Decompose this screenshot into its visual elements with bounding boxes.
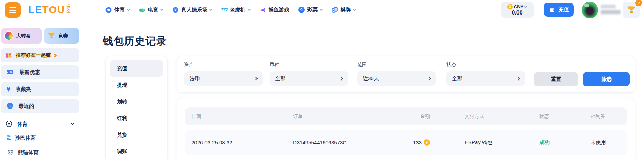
- top-bar: LETOU 乐投 体育 电竞: [0, 0, 644, 20]
- chevron-right-icon: [517, 77, 520, 80]
- rewards-trophy-button[interactable]: 2: [623, 2, 640, 18]
- nav-item-lottery[interactable]: 9 彩票: [298, 7, 322, 13]
- main-content: 钱包历史记录 充值 提现 划转 红利 兑换 调账 资产 法币 币种 全部: [80, 20, 644, 159]
- saba-logo-icon: SABA: [7, 135, 11, 141]
- username-blurred: [601, 5, 621, 14]
- row-coupon: 未使用: [591, 130, 606, 155]
- chevron-right-icon: [53, 54, 57, 57]
- chevron-right-icon: [427, 77, 431, 80]
- header-amount: 金额: [376, 107, 430, 125]
- clock-icon: [6, 102, 14, 111]
- svg-text:%: %: [10, 71, 13, 74]
- chevron-down-icon: [127, 8, 130, 11]
- tab-bonus[interactable]: 红利: [110, 110, 163, 127]
- deposit-button[interactable]: 充值: [544, 3, 574, 17]
- chevron-down-icon: [71, 122, 74, 125]
- sidebar-item-panda-sports[interactable]: 熊猫体育: [0, 145, 80, 159]
- balance-amount: 0.00: [512, 10, 522, 16]
- main-nav: 体育 电竞 真人娱乐场 777 老虎机: [105, 0, 356, 20]
- user-avatar[interactable]: [582, 2, 598, 18]
- status-select[interactable]: 全部: [446, 71, 525, 86]
- filters-panel: 资产 法币 币种 全部 范围 近30天: [177, 56, 635, 93]
- chevron-down-icon: [160, 8, 164, 11]
- logo-text-tou: TOU: [42, 4, 65, 16]
- history-table-panel: 日期 订单 金额 支付方式 状态 福利券 2026-03-25 08:32 D3…: [177, 98, 635, 159]
- letou-logo[interactable]: LETOU 乐投: [28, 4, 70, 16]
- sidebar-item-recent[interactable]: 最近的: [1, 99, 79, 113]
- wallet-icon: [549, 6, 555, 13]
- chevron-down-icon: [353, 8, 356, 11]
- logo-text-cn: 乐投: [66, 4, 70, 13]
- asset-select[interactable]: 法币: [184, 71, 263, 86]
- reset-button[interactable]: 重置: [534, 72, 578, 86]
- menu-toggle-button[interactable]: [5, 2, 21, 18]
- filter-label-currency: 币种: [270, 62, 279, 68]
- filter-label-status: 状态: [446, 62, 456, 68]
- tab-transfer[interactable]: 划转: [110, 93, 163, 110]
- filter-label-range: 范围: [357, 62, 367, 68]
- row-status: 成功: [539, 130, 550, 155]
- tab-exchange[interactable]: 兑换: [110, 127, 163, 143]
- heart-icon: ♥: [6, 86, 11, 93]
- notification-badge: 2: [635, 0, 642, 6]
- shield-icon: [172, 7, 179, 13]
- sidebar-section-sports[interactable]: 体育: [0, 118, 80, 131]
- row-amount: 133 ¥: [376, 130, 430, 155]
- row-date: 2026-03-25 08:32: [191, 130, 232, 155]
- history-tabs-panel: 充值 提现 划转 红利 兑换 调账: [105, 56, 168, 159]
- wallet-history-page: LETOU 乐投 体育 电竞: [0, 0, 644, 159]
- nav-item-fishing[interactable]: 捕鱼游戏: [259, 7, 289, 13]
- chevron-right-icon: [340, 77, 343, 80]
- chevron-down-icon: [319, 8, 323, 11]
- page-title: 钱包历史记录: [103, 34, 167, 48]
- header-payment-method: 支付方式: [465, 107, 484, 125]
- nav-item-slots[interactable]: 777 老虎机: [221, 7, 250, 13]
- promo-ticket-icon: %: [6, 68, 14, 77]
- balance-selector[interactable]: ¥ CNY 0.00: [501, 2, 534, 18]
- header-order: 订单: [293, 107, 303, 125]
- nav-item-live-casino[interactable]: 真人娱乐场: [172, 7, 212, 13]
- sidebar-item-referral[interactable]: 推荐好友一起赚: [1, 48, 79, 62]
- sidebar-item-saba-sports[interactable]: SABA 沙巴体育: [0, 131, 80, 145]
- soccer-ball-icon: [105, 7, 112, 13]
- tab-withdraw[interactable]: 提现: [110, 77, 163, 93]
- tab-deposit[interactable]: 充值: [110, 60, 163, 77]
- row-order-id: D3149554416093573G: [293, 130, 347, 155]
- filter-label-asset: 资产: [184, 62, 194, 68]
- referral-label: 推荐好友一起赚: [16, 52, 51, 58]
- gamepad-icon: [139, 7, 145, 13]
- sidebar-item-wheel[interactable]: 大转盘: [1, 28, 42, 44]
- chevron-down-icon: [209, 8, 213, 11]
- sidebar: 大转盘 竞赛 推荐好友一起赚 % 最新优惠 ♥ 收藏夹: [0, 20, 80, 159]
- trophy-icon: [626, 4, 636, 16]
- chevron-down-icon: [247, 8, 251, 11]
- playing-cards-icon: [331, 7, 338, 13]
- currency-select[interactable]: 全部: [270, 71, 348, 86]
- nav-item-board-games[interactable]: 棋牌: [331, 7, 356, 13]
- date-range-select[interactable]: 近30天: [357, 71, 436, 86]
- sidebar-item-promotions[interactable]: % 最新优惠: [1, 65, 79, 79]
- nav-item-esports[interactable]: 电竞: [139, 7, 163, 13]
- header-coupon: 福利券: [591, 107, 605, 125]
- nav-item-sports[interactable]: 体育: [105, 7, 130, 13]
- currency-label: CNY: [514, 4, 523, 9]
- table-header-row: 日期 订单 金额 支付方式 状态 福利券: [185, 107, 627, 125]
- sidebar-item-contest[interactable]: 竞赛: [44, 28, 79, 44]
- trophy-icon: [47, 31, 56, 40]
- table-row[interactable]: 2026-03-25 08:32 D3149554416093573G 133 …: [185, 130, 627, 155]
- sidebar-item-favorites[interactable]: ♥ 收藏夹: [1, 82, 79, 96]
- soccer-ball-icon: [6, 120, 12, 128]
- panda-icon: [7, 149, 14, 157]
- chevron-right-icon: [254, 77, 258, 80]
- row-payment-method: EBPay 钱包: [465, 130, 492, 155]
- lottery-ball-icon: 9: [298, 7, 305, 13]
- logo-text-le: LE: [28, 4, 42, 16]
- chevron-down-icon: [524, 5, 527, 8]
- prize-wheel-icon: [4, 31, 13, 40]
- filter-submit-button[interactable]: 筛选: [583, 72, 630, 86]
- header-status: 状态: [539, 107, 549, 125]
- header-date: 日期: [191, 107, 201, 125]
- slots-777-icon: 777: [221, 7, 228, 12]
- fish-icon: [259, 7, 266, 13]
- tab-adjustment[interactable]: 调账: [110, 143, 163, 159]
